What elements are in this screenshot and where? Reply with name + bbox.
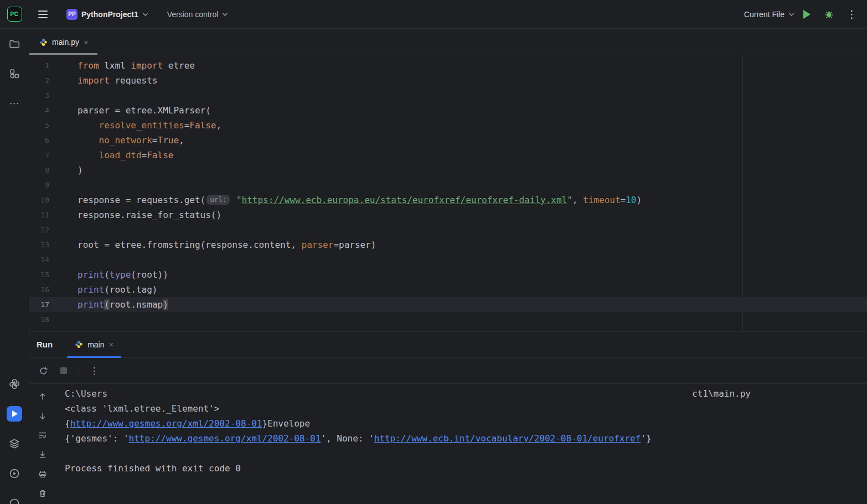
partially-visible-toolwindow-button[interactable] <box>7 496 22 504</box>
run-tab-main[interactable]: main × <box>67 331 121 357</box>
code-token: from <box>78 60 99 71</box>
editor-tab-bar: main.py × <box>29 29 867 55</box>
line-number: 17 <box>29 297 49 312</box>
code-line[interactable]: 11response.raise_for_status() <box>29 207 867 222</box>
code-line-text: print(root.nsmap) <box>78 297 168 312</box>
version-control-label: Version control <box>167 10 219 19</box>
project-toolwindow-button[interactable] <box>7 36 22 51</box>
main-menu-button[interactable] <box>35 7 50 22</box>
up-stacktrace-button[interactable] <box>36 390 49 403</box>
services-toolwindow-button[interactable] <box>7 436 22 451</box>
console-line: {'gesmes': 'http://www.gesmes.org/xml/20… <box>65 431 867 446</box>
python-file-icon <box>39 38 48 46</box>
console-more-options-button[interactable]: ⋮ <box>87 364 101 377</box>
run-icon <box>12 411 18 417</box>
code-line[interactable]: 14 <box>29 252 867 267</box>
editor-tab-main-py[interactable]: main.py × <box>29 29 97 55</box>
code-line[interactable]: 15print(type(root)) <box>29 267 867 282</box>
code-token: parser = etree.XMLParser( <box>78 105 211 116</box>
console-text-right: ct1\main.py <box>692 386 751 401</box>
code-token: =parser) <box>333 240 376 250</box>
code-token: False <box>147 150 173 160</box>
console-text: ', None: ' <box>321 433 374 444</box>
code-line[interactable]: 7 load_dtd=False <box>29 148 867 163</box>
code-token: print <box>78 269 104 280</box>
console-hyperlink[interactable]: http://www.ecb.int/vocabulary/2002-08-01… <box>374 433 641 444</box>
console-text: <class 'lxml.etree._Element'> <box>65 403 219 414</box>
line-number: 5 <box>29 118 49 133</box>
code-line[interactable]: 2import requests <box>29 73 867 88</box>
clear-all-button[interactable] <box>36 487 49 500</box>
console-text: {'gesmes': ' <box>65 433 129 444</box>
more-toolwindows-button[interactable]: ⋯ <box>7 96 22 111</box>
pycharm-logo-icon: PC <box>7 7 22 22</box>
code-line[interactable]: 1from lxml import etree <box>29 58 867 73</box>
code-line[interactable]: 6 no_network=True, <box>29 133 867 148</box>
version-control-widget[interactable]: Version control <box>164 7 232 22</box>
console-output[interactable]: C:\Usersct1\main.py<class 'lxml.etree._E… <box>56 385 867 504</box>
code-token: (root.tag) <box>104 284 157 295</box>
code-line-text: resolve_entities=False, <box>78 118 221 133</box>
line-number: 16 <box>29 282 49 297</box>
code-token: ( <box>104 269 110 280</box>
console-hyperlink[interactable]: http://www.gesmes.org/xml/2002-08-01 <box>70 418 262 429</box>
code-editor[interactable]: 1from lxml import etree2import requests3… <box>29 56 867 331</box>
structure-toolwindow-button[interactable] <box>7 66 22 81</box>
code-token <box>78 135 99 146</box>
debug-button[interactable] <box>824 9 834 19</box>
code-line[interactable]: 3 <box>29 88 867 103</box>
python-packages-toolwindow-button[interactable] <box>7 376 22 392</box>
chevron-down-icon <box>142 12 148 17</box>
code-line[interactable]: 10response = requests.get(url: "https://… <box>29 193 867 207</box>
code-token: = <box>142 150 147 160</box>
run-console: C:\Usersct1\main.py<class 'lxml.etree._E… <box>29 385 867 504</box>
code-line[interactable]: 18 <box>29 312 867 327</box>
project-widget[interactable]: PP PythonProject1 <box>63 6 152 23</box>
more-dots-icon: ⋯ <box>9 97 20 110</box>
run-configuration-selector[interactable]: Current File <box>741 7 798 22</box>
code-line[interactable]: 4parser = etree.XMLParser( <box>29 103 867 118</box>
code-line[interactable]: 17print(root.nsmap) <box>29 297 867 312</box>
code-token: = <box>621 195 626 205</box>
run-toolwindow-button[interactable] <box>7 406 22 422</box>
chevron-down-icon <box>788 12 794 17</box>
code-token: response = requests.get( <box>78 195 205 205</box>
tab-label: main.py <box>52 38 79 46</box>
console-hyperlink[interactable]: http://www.gesmes.org/xml/2002-08-01 <box>129 433 321 444</box>
print-button[interactable] <box>36 467 49 481</box>
code-line[interactable]: 13root = etree.fromstring(response.conte… <box>29 237 867 252</box>
python-console-toolwindow-button[interactable] <box>7 466 22 481</box>
scroll-to-end-button[interactable] <box>36 448 49 461</box>
code-line[interactable]: 8) <box>29 163 867 178</box>
console-line: <class 'lxml.etree._Element'> <box>65 401 867 416</box>
code-token: ( <box>104 299 110 310</box>
code-token: root.nsmap <box>110 299 163 310</box>
code-token: , <box>572 195 583 205</box>
code-token: timeout <box>583 195 620 205</box>
code-line[interactable]: 9 <box>29 178 867 193</box>
close-icon[interactable]: × <box>109 340 114 349</box>
stop-button[interactable] <box>57 364 70 377</box>
console-line <box>65 446 867 461</box>
code-token: ) <box>636 195 642 205</box>
line-number: 1 <box>29 58 49 73</box>
rerun-button[interactable] <box>37 364 50 377</box>
active-tab-underline <box>29 53 97 55</box>
down-stacktrace-button[interactable] <box>36 409 49 423</box>
code-line-text: ) <box>78 163 83 178</box>
code-line[interactable]: 16print(root.tag) <box>29 282 867 297</box>
code-token: requests <box>110 75 158 86</box>
soft-wrap-button[interactable] <box>36 429 49 442</box>
code-token: True <box>158 135 179 146</box>
code-token: print <box>78 299 104 310</box>
string-hyperlink[interactable]: https://www.ecb.europa.eu/stats/eurofxre… <box>242 195 567 205</box>
run-button[interactable] <box>803 10 811 19</box>
code-line[interactable]: 5 resolve_entities=False, <box>29 118 867 133</box>
code-line[interactable]: 12 <box>29 222 867 237</box>
close-icon[interactable]: × <box>84 38 89 46</box>
code-line-text: print(root.tag) <box>78 282 158 297</box>
code-token: , <box>216 120 221 131</box>
code-line-text: parser = etree.XMLParser( <box>78 103 211 118</box>
run-configuration-label: Current File <box>744 10 785 19</box>
more-actions-button[interactable]: ⋮ <box>847 9 857 19</box>
